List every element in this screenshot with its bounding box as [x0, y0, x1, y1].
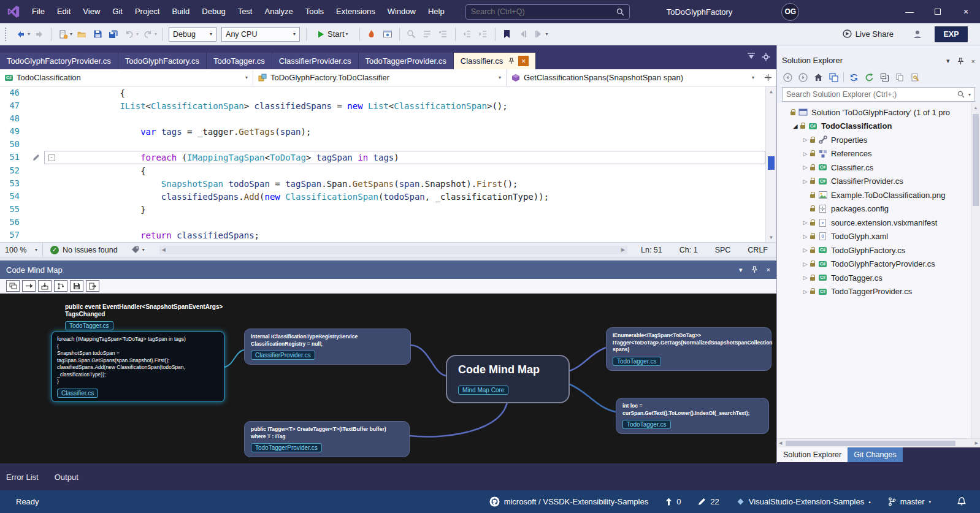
- se-refresh-icon[interactable]: [863, 72, 875, 83]
- line-number[interactable]: 53: [0, 177, 28, 190]
- menu-view[interactable]: View: [77, 0, 106, 23]
- navbar-options-icon[interactable]: [759, 69, 776, 86]
- mindmap-node-gettags[interactable]: IEnumerable<ITagSpan<ToDoTag>>ITagger<To…: [606, 327, 771, 371]
- visual-studio-logo-icon[interactable]: [6, 4, 21, 19]
- tree-item-source.extension.vsixmanifest[interactable]: ▷vsource.extension.vsixmanifest: [777, 216, 980, 230]
- bottom-tab-output[interactable]: Output: [55, 473, 78, 482]
- tree-item-TodoTaggerProvider.cs[interactable]: ▷C#TodoTaggerProvider.cs: [777, 285, 980, 299]
- line-number[interactable]: 47: [0, 99, 28, 112]
- zoom-dropdown[interactable]: 100 %▾: [0, 243, 43, 257]
- find-in-files-icon[interactable]: [404, 27, 419, 42]
- export-map-icon[interactable]: [86, 280, 99, 292]
- menu-help[interactable]: Help: [422, 0, 451, 23]
- fold-collapse-icon[interactable]: -: [45, 151, 58, 163]
- mindmap-menu-icon[interactable]: ▾: [739, 266, 743, 274]
- notifications-bell-icon[interactable]: [957, 496, 967, 507]
- editor-vertical-scrollbar[interactable]: ▲ ▼: [765, 86, 776, 242]
- save-all-icon[interactable]: [106, 27, 121, 42]
- se-home-icon[interactable]: [813, 72, 824, 83]
- scroll-right-icon[interactable]: ▶: [621, 247, 625, 253]
- mindmap-node-tagschanged-label[interactable]: public event EventHandler<SnapshotSpanEv…: [65, 303, 237, 330]
- redo-dropdown-icon[interactable]: ▾: [155, 31, 157, 37]
- line-number[interactable]: 51: [0, 151, 28, 164]
- expander-collapsed-icon[interactable]: ▷: [800, 178, 810, 184]
- document-tab-TodoTagger.cs[interactable]: TodoTagger.cs: [207, 53, 272, 69]
- menu-window[interactable]: Window: [381, 0, 422, 23]
- redo-icon[interactable]: [140, 27, 155, 42]
- new-file-icon[interactable]: [56, 27, 71, 42]
- code-line-47[interactable]: 47 IList<ClassificationSpan> classifiedS…: [0, 99, 765, 112]
- node-file-badge[interactable]: TodoTaggerProvider.cs: [251, 443, 322, 452]
- mindmap-close-icon[interactable]: ×: [767, 266, 770, 273]
- tool-tab-solution-explorer[interactable]: Solution Explorer: [777, 447, 848, 462]
- repo-status[interactable]: microsoft / VSSDK-Extensibility-Samples: [489, 496, 649, 507]
- expander-collapsed-icon[interactable]: ▷: [800, 234, 810, 240]
- decrease-indent-icon[interactable]: [460, 27, 475, 42]
- open-file-icon[interactable]: [74, 27, 89, 42]
- preview-in-browser-icon[interactable]: [380, 27, 395, 42]
- line-number[interactable]: 57: [0, 229, 28, 241]
- tool-tab-git-changes[interactable]: Git Changes: [848, 447, 902, 462]
- editor-horizontal-scrollbar[interactable]: ◀▶: [159, 246, 627, 254]
- quick-search[interactable]: [465, 4, 630, 20]
- code-line-54[interactable]: 54 classifiedSpans.Add(new Classificatio…: [0, 190, 765, 203]
- live-share-button[interactable]: Live Share: [842, 29, 894, 39]
- line-number[interactable]: 54: [0, 190, 28, 203]
- save-map-icon[interactable]: [70, 280, 83, 292]
- undo-icon[interactable]: [122, 27, 137, 42]
- mindmap-node-indexof[interactable]: int loc = curSpan.GetText().ToLower().In…: [616, 398, 769, 434]
- se-horizontal-scrollbar[interactable]: ◀▶: [777, 438, 980, 447]
- sorted-list-icon[interactable]: [436, 27, 451, 42]
- window-settings-gear-icon[interactable]: [762, 53, 770, 61]
- code-line-49[interactable]: 49 var tags = _tagger.GetTags(span);: [0, 125, 765, 138]
- code-line-56[interactable]: 56: [0, 216, 765, 229]
- menu-edit[interactable]: Edit: [51, 0, 77, 23]
- se-close-icon[interactable]: ×: [971, 58, 975, 65]
- toolbar-grip[interactable]: [5, 28, 8, 41]
- tree-item-TodoTagger.cs[interactable]: ▷C#TodoTagger.cs: [777, 271, 980, 285]
- code-line-52[interactable]: 52 {: [0, 164, 765, 177]
- node-file-badge[interactable]: Mind Map Core: [458, 386, 508, 395]
- se-pin-icon[interactable]: [957, 58, 964, 65]
- tree-item-TodoClassification[interactable]: ◢C#TodoClassification: [777, 120, 980, 134]
- scroll-down-icon[interactable]: ▼: [766, 232, 776, 242]
- se-search-icon[interactable]: [957, 91, 965, 98]
- new-map-icon[interactable]: [6, 280, 20, 292]
- node-file-badge[interactable]: TodoTagger.cs: [65, 321, 113, 330]
- expand-node-icon[interactable]: [22, 280, 36, 292]
- se-scroll-up-icon[interactable]: ▲: [971, 103, 980, 112]
- se-sync-icon[interactable]: [848, 72, 859, 83]
- tab-close-icon[interactable]: ×: [518, 56, 529, 66]
- expander-collapsed-icon[interactable]: ▷: [800, 247, 810, 253]
- mindmap-node-createtagger[interactable]: public ITagger<T> CreateTagger<T>(ITextB…: [244, 421, 410, 457]
- solution-configuration-dropdown[interactable]: Debug▾: [169, 27, 216, 42]
- se-switch-views-icon[interactable]: [828, 72, 839, 83]
- tree-item-TodoGlyphFactoryProvider.cs[interactable]: ▷C#TodoGlyphFactoryProvider.cs: [777, 257, 980, 272]
- minimize-button[interactable]: —: [895, 0, 924, 23]
- issues-status-text[interactable]: No issues found: [63, 246, 118, 254]
- edit-pencil-icon[interactable]: [28, 151, 44, 164]
- code-editor[interactable]: 46 {47 IList<ClassificationSpan> classif…: [0, 86, 776, 242]
- solution-platform-dropdown[interactable]: Any CPU▾: [221, 27, 300, 42]
- menu-file[interactable]: File: [26, 0, 51, 23]
- active-files-dropdown-icon[interactable]: [747, 53, 756, 61]
- menu-project[interactable]: Project: [129, 0, 166, 23]
- mindmap-node-classification-registry[interactable]: internal IClassificationTypeRegistryServ…: [244, 329, 411, 365]
- code-cleanup-icon[interactable]: ▾: [131, 246, 145, 254]
- node-file-badge[interactable]: ClassifierProvider.cs: [251, 351, 315, 360]
- document-tab-ClassifierProvider.cs[interactable]: ClassifierProvider.cs: [272, 53, 359, 69]
- tree-item-TodoGlyph.xaml[interactable]: ▷〈〉TodoGlyph.xaml: [777, 230, 980, 244]
- previous-bookmark-icon[interactable]: [516, 27, 530, 42]
- node-file-badge[interactable]: Classifier.cs: [57, 389, 98, 398]
- bottom-tab-error-list[interactable]: Error List: [6, 473, 39, 482]
- feedback-icon[interactable]: [910, 27, 925, 42]
- se-collapse-all-icon[interactable]: [879, 72, 890, 83]
- tab-pin-icon[interactable]: [508, 58, 515, 64]
- import-node-icon[interactable]: [38, 280, 52, 292]
- next-bookmark-icon[interactable]: [532, 27, 546, 42]
- mindmap-node-classifier-code[interactable]: foreach (IMappingTagSpan<ToDoTag> tagSpa…: [52, 332, 224, 402]
- tree-item-ClassifierProvider.cs[interactable]: ▷C#ClassifierProvider.cs: [777, 175, 980, 189]
- type-dropdown[interactable]: ToDoGlyphFactory.ToDoClassifier▾: [253, 69, 507, 86]
- expander-collapsed-icon[interactable]: ▷: [800, 289, 810, 295]
- se-vertical-scrollbar[interactable]: ▲: [971, 103, 980, 438]
